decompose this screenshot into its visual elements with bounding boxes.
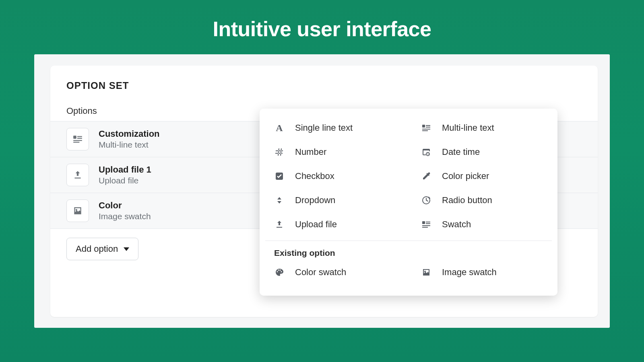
svg-rect-18 (422, 227, 428, 228)
type-label: Date time (442, 147, 480, 157)
svg-rect-7 (277, 227, 282, 228)
hash-icon (274, 147, 285, 157)
multiline-icon (421, 123, 431, 133)
letter-a-icon: A (274, 123, 285, 133)
image-icon (66, 200, 89, 222)
image-icon (421, 267, 431, 278)
type-label: Radio button (442, 195, 492, 206)
option-name: Color (99, 200, 151, 211)
type-color-picker[interactable]: Color picker (411, 164, 553, 188)
type-label: Single line text (295, 123, 353, 133)
option-name: Upload file 1 (99, 165, 151, 175)
type-checkbox[interactable]: Checkbox (264, 164, 407, 188)
sort-icon (274, 195, 285, 206)
svg-rect-16 (426, 223, 430, 224)
existing-image-swatch[interactable]: Image swatch (411, 260, 553, 284)
svg-rect-12 (422, 130, 428, 131)
svg-rect-4 (73, 142, 79, 143)
radio-icon (421, 195, 431, 206)
type-label: Number (295, 147, 326, 157)
svg-rect-9 (426, 125, 430, 126)
page-title: Intuitive user interface (0, 0, 644, 41)
type-label: Color picker (442, 171, 489, 181)
existing-color-swatch[interactable]: Color swatch (264, 260, 407, 284)
svg-rect-5 (74, 178, 80, 179)
type-multi-line-text[interactable]: Multi-line text (411, 116, 553, 140)
upload-icon (274, 219, 285, 230)
type-label: Multi-line text (442, 123, 494, 133)
type-label: Swatch (442, 219, 471, 230)
type-label: Checkbox (295, 171, 334, 181)
svg-rect-10 (426, 127, 430, 128)
checkbox-icon (274, 171, 285, 181)
svg-rect-17 (422, 225, 430, 226)
type-dropdown[interactable]: Dropdown (264, 188, 407, 212)
type-upload-file[interactable]: Upload file (264, 212, 407, 237)
svg-rect-1 (77, 136, 82, 137)
option-type: Multi-line text (99, 140, 160, 150)
svg-rect-11 (422, 129, 430, 130)
divider (265, 241, 552, 241)
swatch-icon (421, 219, 431, 230)
calendar-clock-icon (421, 147, 431, 157)
option-type: Image swatch (99, 212, 151, 221)
svg-rect-2 (77, 138, 82, 139)
type-swatch[interactable]: Swatch (411, 212, 553, 237)
chevron-down-icon (124, 247, 129, 251)
app-canvas: OPTION SET Options Customization Multi-l… (34, 54, 610, 328)
type-label: Color swatch (295, 267, 346, 278)
type-label: Dropdown (295, 195, 335, 206)
type-number[interactable]: Number (264, 140, 407, 164)
option-type: Upload file (99, 176, 151, 185)
upload-icon (66, 164, 89, 186)
type-radio-button[interactable]: Radio button (411, 188, 553, 212)
svg-rect-3 (73, 140, 82, 141)
add-option-label: Add option (76, 244, 118, 254)
existing-option-header: Existing option (264, 247, 553, 260)
add-option-button[interactable]: Add option (66, 238, 138, 260)
svg-rect-15 (426, 222, 430, 222)
svg-rect-14 (422, 221, 425, 224)
multiline-icon (66, 128, 89, 150)
option-type-dropdown: A Single line text Number Checkbox Dropd… (260, 109, 557, 296)
type-date-time[interactable]: Date time (411, 140, 553, 164)
option-name: Customization (99, 129, 160, 139)
svg-rect-8 (422, 125, 425, 128)
type-label: Image swatch (442, 267, 497, 278)
palette-icon (274, 267, 285, 278)
card-title: OPTION SET (66, 80, 582, 91)
eyedropper-icon (421, 171, 431, 181)
type-label: Upload file (295, 219, 337, 230)
type-single-line-text[interactable]: A Single line text (264, 116, 407, 140)
svg-rect-0 (73, 136, 76, 139)
